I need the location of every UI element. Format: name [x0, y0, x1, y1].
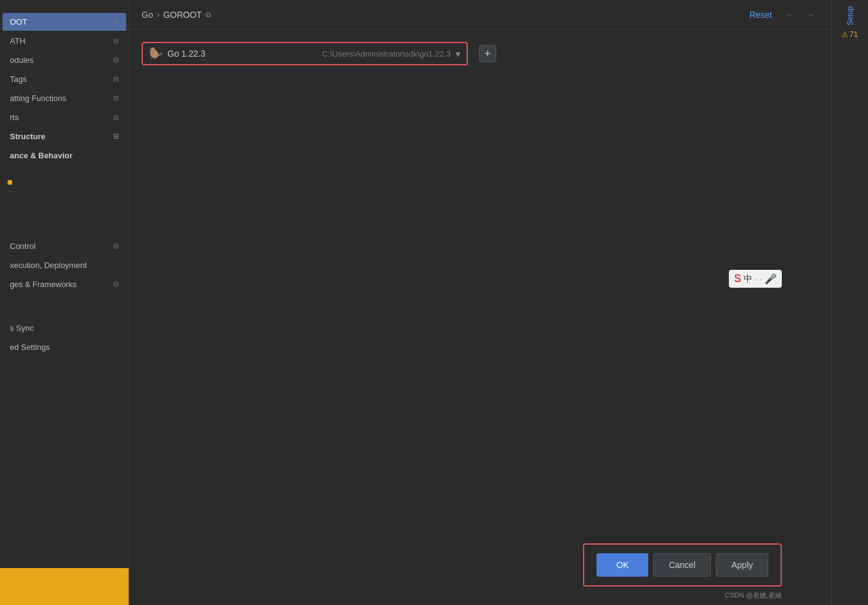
header-actions: Reset ← → — [749, 8, 819, 22]
sidebar-collapse-icon-goroot: ⊟ — [113, 18, 119, 26]
sidebar-item-label: rts — [10, 113, 18, 122]
header-bar: Go › GOROOT ⧉ Reset ← → — [129, 0, 831, 30]
sogou-zh-label: 中 — [744, 274, 752, 285]
breadcrumb-copy-icon[interactable]: ⧉ — [206, 10, 211, 19]
sidebar-collapse-icon-frameworks: ⊟ — [113, 280, 119, 288]
sidebar-item-label: ges & Frameworks — [10, 280, 76, 289]
sidebar-item-advanced[interactable]: ed Settings — [2, 338, 126, 356]
breadcrumb-current: GOROOT — [163, 10, 201, 20]
sidebar-item-execution[interactable]: xecution, Deployment — [2, 256, 126, 274]
sidebar-item-goroot[interactable]: OOT ⊟ — [2, 13, 126, 31]
sidebar-item-label: xecution, Deployment — [10, 261, 87, 270]
sogou-mic-icon[interactable]: 🎤 — [765, 273, 777, 285]
warning-badge: ⚠ 71 — [842, 30, 858, 39]
sidebar-item-structure[interactable]: Structure ⊟ — [2, 128, 126, 145]
warning-count: 71 — [850, 30, 858, 39]
sidebar: OOT ⊟ ATH ⊟ odules ⊟ Tags ⊟ atting Funct… — [0, 0, 129, 605]
content-area: 🦫 Go 1.22.3 C:\Users\Administrator\sdk\g… — [129, 30, 831, 605]
sidebar-item-behavior[interactable]: ance & Behavior — [2, 147, 126, 164]
sidebar-item-label: atting Functions — [10, 94, 66, 103]
sidebar-item-gopath[interactable]: ATH ⊟ — [2, 32, 126, 50]
cancel-button[interactable]: Cancel — [653, 553, 711, 577]
sogou-s-label: S — [734, 272, 741, 285]
sidebar-item-label: Control — [10, 242, 36, 251]
csdn-watermark: CSDN @老姚,老姚 — [725, 591, 782, 600]
sdk-row: 🦫 Go 1.22.3 C:\Users\Administrator\sdk\g… — [142, 42, 819, 65]
sidebar-collapse-icon-control: ⊟ — [113, 242, 119, 250]
sidebar-item-tags[interactable]: Tags ⊟ — [2, 70, 126, 88]
button-group: OK Cancel Apply — [583, 543, 782, 587]
sdk-selector[interactable]: 🦫 Go 1.22.3 C:\Users\Administrator\sdk\g… — [142, 42, 468, 65]
sidebar-item-sync[interactable]: s Sync — [2, 319, 126, 337]
sidebar-collapse-icon-modules: ⊟ — [113, 56, 119, 64]
sidebar-item-label: OOT — [10, 17, 27, 26]
sdk-dropdown-icon[interactable]: ▾ — [456, 48, 460, 60]
sdk-name: Go 1.22.3 — [167, 49, 317, 59]
sidebar-collapse-icon-structure: ⊟ — [113, 132, 119, 140]
setup-label[interactable]: Setup — [846, 6, 854, 25]
sdk-go-icon: 🦫 — [149, 47, 163, 60]
sdk-path: C:\Users\Administrator\sdk\go1.22.3 — [322, 49, 451, 59]
sidebar-collapse-icon-gopath: ⊟ — [113, 37, 119, 45]
sidebar-item-label: Structure — [10, 132, 46, 141]
indicator-dot — [7, 180, 12, 185]
apply-button[interactable]: Apply — [716, 553, 768, 577]
sidebar-item-label: Tags — [10, 75, 26, 84]
sidebar-item-modules[interactable]: odules ⊟ — [2, 51, 126, 69]
sidebar-item-formatting[interactable]: atting Functions ⊟ — [2, 89, 126, 107]
sidebar-collapse-icon-formatting: ⊟ — [113, 94, 119, 102]
nav-arrows: ← → — [782, 8, 819, 22]
sidebar-item-imports[interactable]: rts ⊟ — [2, 108, 126, 126]
sogou-separator: · — [755, 274, 757, 284]
reset-button[interactable]: Reset — [749, 10, 772, 20]
sidebar-collapse-icon-tags: ⊟ — [113, 75, 119, 83]
sogou-widget: S 中 · · 🎤 — [729, 270, 782, 288]
sdk-add-button[interactable]: + — [479, 45, 496, 62]
sidebar-item-label: ance & Behavior — [10, 151, 73, 160]
ok-button[interactable]: OK — [597, 553, 648, 577]
sidebar-item-frameworks[interactable]: ges & Frameworks ⊟ — [2, 275, 126, 293]
breadcrumb-separator: › — [157, 10, 160, 20]
sidebar-item-label: ed Settings — [10, 343, 50, 352]
main-content: Go › GOROOT ⧉ Reset ← → 🦫 Go 1.22.3 C:\U… — [129, 0, 831, 605]
sidebar-bottom-indicator — [0, 568, 129, 605]
sidebar-item-label: ATH — [10, 36, 25, 46]
nav-back-button[interactable]: ← — [782, 8, 799, 22]
sidebar-item-label: odules — [10, 55, 33, 65]
sogou-separator2: · — [760, 274, 762, 284]
breadcrumb: Go › GOROOT ⧉ — [142, 10, 211, 20]
sidebar-item-label: s Sync — [10, 323, 34, 333]
warning-icon: ⚠ — [842, 30, 848, 39]
breadcrumb-root: Go — [142, 10, 153, 20]
right-panel: Setup ⚠ 71 — [831, 0, 868, 605]
sidebar-collapse-icon-imports: ⊟ — [113, 113, 119, 121]
nav-forward-button[interactable]: → — [802, 8, 819, 22]
sidebar-item-control[interactable]: Control ⊟ — [2, 237, 126, 255]
